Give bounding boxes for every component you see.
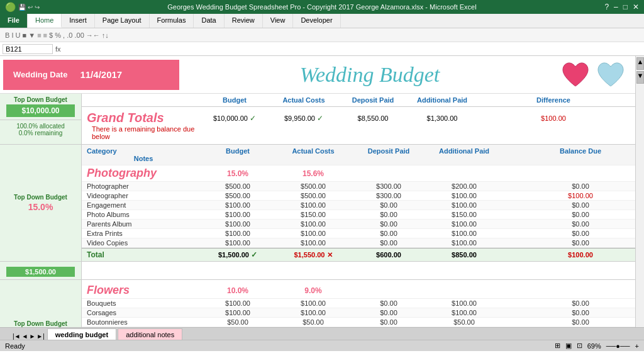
flowers-cat-actual-pct: 9.0% [275, 286, 351, 295]
budget-check: ✓ [250, 114, 256, 123]
table-row: Photographer $500.00 $500.00 $300.00 $20… [82, 182, 635, 191]
flowers-sidebar: Top Down Budget 10.0% [0, 280, 82, 327]
sheet-next[interactable]: ► [29, 333, 35, 340]
gt-budget-val: $10,000.00 ✓ [200, 114, 269, 123]
close-button[interactable]: ✕ [633, 3, 639, 11]
col-header-actual: Actual Costs [269, 96, 338, 104]
photo-budget-spacer [82, 262, 635, 279]
table-row: Corsages $100.00 $100.00 $0.00 $100.00 $… [82, 308, 635, 318]
sheet-last[interactable]: ►| [36, 333, 45, 340]
tab-developer[interactable]: Developer [293, 14, 340, 28]
right-scrollbar[interactable]: ▲ ▼ [635, 56, 644, 327]
wb-header: Wedding Date 11/4/2017 Wedding Budget [0, 56, 635, 94]
ribbon-tabs: File Home Insert Page Layout Formulas Da… [0, 14, 644, 28]
top-down-budget-label-1: Top Down Budget [14, 96, 67, 103]
sheet-prev[interactable]: ◄ [22, 333, 28, 340]
tab-data[interactable]: Data [194, 14, 224, 28]
table-row: Video Copies $100.00 $100.00 $0.00 $100.… [82, 238, 635, 248]
tab-insert[interactable]: Insert [62, 14, 95, 28]
minimize-button[interactable]: – [614, 3, 618, 11]
formula-bar: fx [0, 42, 644, 56]
photo-sidebar: Top Down Budget 15.0% [0, 145, 82, 261]
photo-cat-name: Photography [87, 167, 200, 180]
photo-title-row: Photography 15.0% 15.6% [82, 165, 635, 182]
photo-col-category: Category [87, 147, 200, 155]
gt-budget-value: $10,000.00 [6, 104, 75, 117]
table-row: Videographer $500.00 $500.00 $300.00 $10… [82, 191, 635, 201]
wb-title: Wedding Budget [179, 63, 560, 87]
help-icon[interactable]: ? [604, 3, 609, 11]
photo-col-notes: Notes [87, 155, 200, 162]
excel-icon: 🟢 [5, 2, 16, 12]
scroll-down[interactable]: ▼ [636, 71, 644, 84]
photo-sidebar-pct: 15.0% [28, 202, 53, 212]
flowers-cat-name: Flowers [87, 284, 200, 297]
tab-page-layout[interactable]: Page Layout [95, 14, 150, 28]
page-layout-icon[interactable]: ⊞ [555, 342, 560, 350]
tab-formulas[interactable]: Formulas [150, 14, 194, 28]
allocation-text: 100.0% allocated [16, 123, 65, 130]
gt-content: Budget Actual Costs Deposit Paid Additio… [82, 94, 635, 144]
title-bar-controls: ? – □ ✕ [604, 3, 639, 11]
col-header-additional: Additional Paid [408, 96, 477, 104]
photo-col-deposit: Deposit Paid [351, 147, 426, 155]
date-box: Wedding Date 11/4/2017 [3, 60, 179, 90]
table-row: Photo Albums $100.00 $150.00 $0.00 $150.… [82, 210, 635, 220]
col-header-empty [87, 96, 200, 104]
photo-top-down-label: Top Down Budget [14, 194, 67, 201]
gt-sidebar-bottom: 100.0% allocated 0.0% remaining [0, 120, 81, 139]
sheet-tab-additional-notes[interactable]: additional notes [118, 328, 182, 340]
tab-review[interactable]: Review [225, 14, 263, 28]
photo-main: Category Budget Actual Costs Deposit Pai… [82, 145, 635, 261]
ribbon: File Home Insert Page Layout Formulas Da… [0, 14, 644, 28]
flowers-top-down-label: Top Down Budget [14, 320, 67, 327]
gt-difference-val: $100.00 [477, 114, 630, 122]
photo-total-row: Total $1,500.00 ✓ $1,550.00 ✕ $600.00 $8… [82, 248, 635, 261]
photo-header: Top Down Budget 15.0% Category Budget Ac… [0, 145, 635, 261]
remaining-text: 0.0% remaining [19, 130, 62, 137]
grand-totals-area: Top Down Budget $10,000.00 100.0% alloca… [0, 94, 635, 145]
gt-col-headers: Budget Actual Costs Deposit Paid Additio… [82, 94, 635, 107]
title-bar-title: Georges Wedding Budget Spreadsheet Pro -… [40, 3, 605, 11]
cell-reference-input[interactable] [3, 44, 53, 54]
ribbon-toolbar: B I U ■ ▼ ≡ ≡ $ % , .0 .00 →← ↑↓ [0, 28, 644, 42]
sheet-first[interactable]: |◄ [13, 333, 21, 340]
heart-icon-pink [560, 60, 591, 90]
sheet-nav: |◄ ◄ ► ►| [13, 333, 45, 340]
sheet-tab-wedding-budget[interactable]: wedding budget [47, 328, 116, 340]
tab-home[interactable]: Home [28, 14, 62, 28]
col-header-budget: Budget [200, 96, 269, 104]
maximize-button[interactable]: □ [623, 3, 628, 11]
normal-view-icon[interactable]: ▣ [565, 342, 572, 350]
status-bar: Ready ⊞ ▣ ⊡ 69% ──●── + [0, 340, 644, 351]
gt-note: There is a remaining balance due below [87, 125, 200, 140]
title-bar-left: 🟢 💾 ↩ ↪ [5, 2, 40, 12]
flowers-title-row: Flowers 10.0% 9.0% [82, 282, 635, 299]
tab-view[interactable]: View [263, 14, 294, 28]
gt-sidebar-top: Top Down Budget $10,000.00 [0, 94, 81, 120]
photo-col-balance: Balance Due [502, 147, 635, 155]
gt-values-row: Grand Totals $10,000.00 ✓ $9,950.00 ✓ $8… [82, 107, 635, 144]
main-content: Wedding Date 11/4/2017 Wedding Budget [0, 56, 635, 327]
photo-col-budget: Budget [200, 147, 275, 155]
photo-budget-bar: $1,500.00 [0, 261, 635, 279]
table-row: Parents Album $100.00 $100.00 $0.00 $100… [82, 220, 635, 229]
content-area: Wedding Date 11/4/2017 Wedding Budget [0, 56, 644, 327]
scroll-up[interactable]: ▲ [636, 57, 644, 70]
status-right: ⊞ ▣ ⊡ 69% ──●── + [555, 342, 639, 350]
photo-cat-actual-pct: 15.6% [275, 169, 351, 178]
zoom-in[interactable]: + [635, 342, 639, 350]
sheet-tabs: |◄ ◄ ► ►| wedding budget additional note… [0, 327, 644, 340]
page-break-icon[interactable]: ⊡ [577, 342, 582, 350]
wedding-date-label: Wedding Date [13, 70, 67, 79]
table-row: Engagement $100.00 $100.00 $0.00 $100.00… [82, 201, 635, 210]
grand-totals-sidebar: Top Down Budget $10,000.00 100.0% alloca… [0, 94, 82, 144]
zoom-slider[interactable]: ──●── [606, 342, 630, 350]
wb-hearts [560, 60, 626, 90]
formula-input[interactable] [64, 45, 641, 53]
col-header-difference: Difference [477, 96, 630, 104]
title-bar: 🟢 💾 ↩ ↪ Georges Wedding Budget Spreadshe… [0, 0, 644, 14]
tab-file[interactable]: File [0, 14, 28, 28]
zoom-level: 69% [587, 342, 601, 350]
photo-budget-val: $1,500.00 [6, 267, 75, 277]
